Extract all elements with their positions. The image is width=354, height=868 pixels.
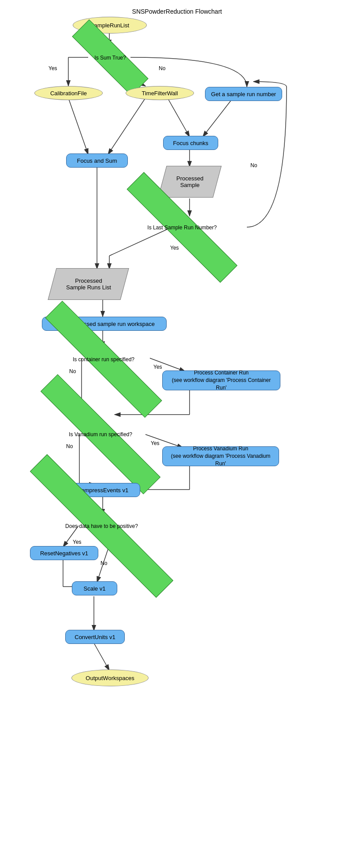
chart-title: SNSPowderReduction Flowchart: [0, 4, 354, 15]
yes2-label: Yes: [170, 245, 179, 251]
does-data-have-to-be-positive-node: Does data have to be positive?: [12, 514, 191, 538]
svg-line-5: [68, 98, 88, 154]
svg-line-6: [108, 98, 145, 154]
svg-line-7: [168, 98, 190, 137]
no1-label: No: [159, 65, 165, 71]
output-workspaces-node: OutputWorkspaces: [71, 670, 149, 686]
processed-sample-node: Processed Sample: [158, 166, 221, 198]
process-vanadium-run-node: Process Vanadium Run (see workflow diagr…: [162, 446, 279, 466]
yes1-label: Yes: [48, 65, 57, 71]
get-sample-run-number-node: Get a sample run number: [205, 87, 282, 101]
is-vanadium-run-specified-node: Is Vanadium run specified?: [28, 422, 173, 446]
is-sum-true-node: Is Sum True?: [68, 45, 152, 70]
processed-sample-runs-list-node: Processed Sample Runs List: [48, 268, 129, 300]
time-filter-wall-node: TimeFilterWall: [126, 86, 194, 100]
yes5-label: Yes: [73, 539, 82, 545]
svg-line-8: [203, 97, 234, 137]
is-container-run-specified-node: Is container run specified?: [33, 347, 174, 371]
calibration-file-node: CalibrationFile: [34, 86, 103, 100]
process-container-run-node: Process Container Run (see workflow diag…: [162, 370, 280, 390]
scale-v1-node: Scale v1: [72, 581, 117, 595]
no5-label: No: [101, 560, 107, 566]
convert-units-v1-node: ConvertUnits v1: [65, 630, 125, 644]
reset-negatives-v1-node: ResetNegatives v1: [30, 546, 98, 560]
flowchart-container: SNSPowderReduction Flowchart: [0, 0, 354, 868]
svg-line-32: [94, 643, 109, 670]
focus-chunks-node: Focus chunks: [163, 136, 218, 150]
no2-label: No: [250, 162, 257, 168]
is-last-sample-run-number-node: Is Last Sample Run Number?: [116, 215, 248, 239]
focus-and-sum-node: Focus and Sum: [66, 153, 128, 168]
